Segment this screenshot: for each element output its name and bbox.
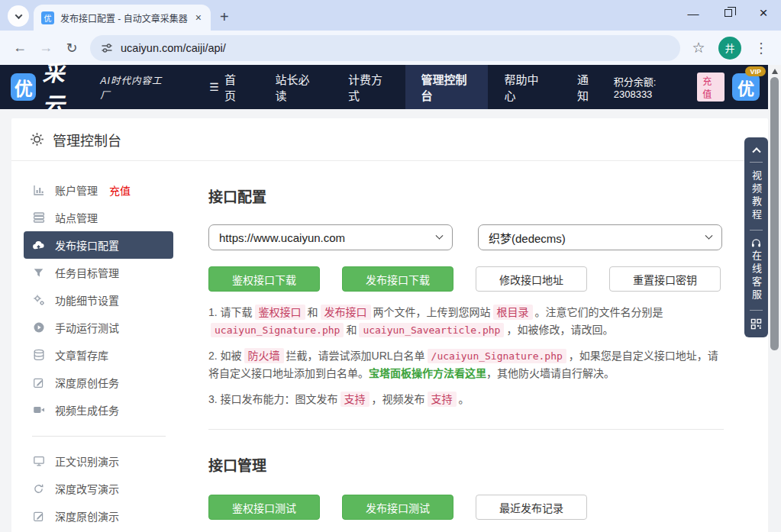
recharge-link[interactable]: 充值 [109,182,131,198]
page-scrollbar[interactable] [768,65,781,532]
video-tutorial-link[interactable]: 视频教程 [751,170,761,222]
sidebar-item-manual-test[interactable]: 手动运行测试 [24,314,173,341]
sidebar-item-deep-original-task[interactable]: 深度原创任务 [24,369,173,396]
sidebar-item-rewrite-demo[interactable]: 深度改写演示 [24,475,173,502]
modify-api-address-button[interactable]: 修改接口地址 [476,266,587,292]
logo-tagline: AI时代内容工厂 [100,73,167,102]
main-menu: ☰ 首页 站长必读 计费方式 管理控制台 帮助中心 通知 [193,65,613,109]
panel-divider [750,162,763,163]
menu-item-notice[interactable]: 通知 [561,65,614,109]
site-select[interactable]: https://www.ucaiyun.com [208,224,453,250]
sidebar-label: 站点管理 [55,210,98,225]
chevron-down-icon [15,11,22,19]
online-service-link[interactable]: 在线客服 [751,250,761,302]
menu-label: 首页 [224,71,244,103]
auth-api-download-button[interactable]: 鉴权接口下载 [208,266,320,292]
sidebar-label: 功能细节设置 [55,292,119,308]
inline-code: 根目录 [493,305,533,320]
config-buttons-row: 鉴权接口下载 发布接口下载 修改接口地址 重置接口密钥 [208,266,724,292]
monitor-icon [32,455,45,468]
url-bar[interactable]: ucaiyun.com/caiji/api/ [90,35,680,61]
reset-api-key-button[interactable]: 重置接口密钥 [609,266,721,292]
new-tab-button[interactable]: + [220,9,229,24]
sidebar-item-sites[interactable]: 站点管理 [24,204,173,231]
edit-icon [32,376,45,389]
menu-label: 帮助中心 [504,71,545,103]
inline-link[interactable]: 宝塔面板操作方法看这里 [369,367,486,379]
browser-chrome: 优 发布接口配置 - 自动文章采集器 × + — × ← → ↻ ucaiyun… [0,0,781,65]
url-text[interactable]: ucaiyun.com/caiji/api/ [121,42,226,54]
publish-api-test-button[interactable]: 发布接口测试 [342,495,453,520]
chevron-down-icon [705,231,713,239]
menu-item-billing[interactable]: 计费方式 [332,65,405,109]
user-avatar[interactable]: 优 VIP [732,73,760,101]
inline-text: 。 [459,393,470,405]
menu-label: 通知 [577,71,598,103]
browser-toolbar: ← → ↻ ucaiyun.com/caiji/api/ ☆ 井 ⋮ [0,31,781,65]
menu-label: 管理控制台 [421,71,473,103]
sidebar-item-original-demo[interactable]: 深度原创演示 [24,502,173,530]
scroll-up-arrow-icon[interactable] [772,69,778,74]
inline-text: 拦截，请尝试添加URL白名单 [286,350,425,362]
back-to-top-button[interactable] [752,147,760,156]
content-card: 管理控制台 账户管理 充值 站点管理 [11,118,768,532]
filter-icon [32,266,45,279]
inline-text: ，视频发布 [372,393,425,405]
sidebar-item-video-task[interactable]: 视频生成任务 [24,396,173,424]
video-icon [32,404,45,417]
minimize-button[interactable]: — [676,0,711,26]
sidebar-item-content-demo[interactable]: 正文识别演示 [24,447,173,475]
menu-label: 站长必读 [276,71,317,103]
sidebar-item-feature-settings[interactable]: 功能细节设置 [24,286,173,314]
scrollbar-thumb[interactable] [770,77,779,350]
tab-strip: 优 发布接口配置 - 自动文章采集器 × + — × [0,0,781,31]
sidebar-divider [32,436,166,437]
inline-text: 和 [308,306,318,318]
list-icon: ☰ [209,81,219,93]
tab-close-icon[interactable]: × [194,11,203,24]
browser-profile-avatar[interactable]: 井 [718,37,741,60]
cms-select[interactable]: 织梦(dedecms) [478,224,722,250]
logo-icon: 优 [11,73,36,101]
auth-api-test-button[interactable]: 鉴权接口测试 [208,495,320,520]
inline-text: ，其他防火墙请自行解决。 [486,367,615,379]
inline-text: 。注意它们的文件名分别是 [535,306,663,318]
page-title: 管理控制台 [53,130,121,150]
section-title-interface-config: 接口配置 [208,185,724,206]
recharge-button[interactable]: 充值 [697,73,725,102]
browser-menu-icon[interactable]: ⋮ [749,36,773,60]
inline-text: 1. 请下载 [208,306,253,318]
restore-button[interactable] [711,0,746,26]
menu-item-console[interactable]: 管理控制台 [405,65,489,109]
recent-publish-records-button[interactable]: 最近发布记录 [476,495,587,520]
sidebar-item-article-store[interactable]: 文章暂存库 [24,341,173,369]
sidebar-label: 手动运行测试 [55,320,119,335]
inline-code: 支持 [340,392,370,407]
inline-code: 鉴权接口 [255,305,305,320]
cms-select-value: 织梦(dedecms) [489,230,566,246]
sidebar-item-publish-api[interactable]: 发布接口配置 [24,231,173,259]
site-logo[interactable]: 优 采云 AI时代内容工厂 [11,65,167,109]
menu-item-help[interactable]: 帮助中心 [488,65,561,109]
browser-tab[interactable]: 优 发布接口配置 - 自动文章采集器 × [34,5,211,31]
tab-search-button[interactable] [8,5,29,27]
publish-api-download-button[interactable]: 发布接口下载 [342,266,453,292]
page-header: 管理控制台 [11,118,768,161]
site-favicon-icon: 优 [41,11,54,24]
back-button[interactable]: ← [8,36,32,60]
menu-label: 计费方式 [348,71,389,103]
menu-item-must-read[interactable]: 站长必读 [260,65,333,109]
sidebar-item-account[interactable]: 账户管理 充值 [24,176,173,204]
close-button[interactable]: × [746,0,781,26]
site-select-value: https://www.ucaiyun.com [219,231,345,244]
bookmark-star-icon[interactable]: ☆ [686,36,711,60]
bar-chart-icon [32,184,45,197]
sidebar-item-task-targets[interactable]: 任务目标管理 [24,259,173,286]
vip-badge: VIP [745,66,766,76]
inline-code: 支持 [428,392,457,407]
panel-divider [750,310,763,311]
menu-item-home[interactable]: ☰ 首页 [193,65,259,109]
nav-right-area: 积分余额: 2308333 充值 优 VIP [614,65,781,109]
qr-code-icon[interactable] [750,318,762,330]
restore-icon [725,9,732,17]
